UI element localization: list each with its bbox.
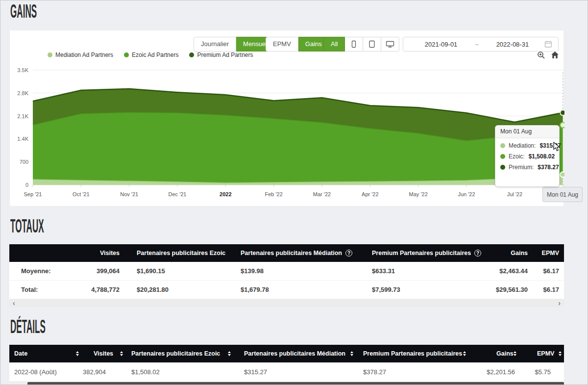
sort-icon[interactable] bbox=[559, 351, 562, 356]
legend-label: Mediation Ad Partners bbox=[55, 51, 113, 58]
sort-icon[interactable] bbox=[350, 351, 353, 356]
legend-item-mediation[interactable]: Mediation Ad Partners bbox=[48, 51, 113, 58]
x-axis-tick-label: Jun '22 bbox=[458, 191, 475, 197]
desktop-filter-button[interactable] bbox=[381, 37, 399, 51]
selected-point-mediation bbox=[560, 172, 564, 177]
scroll-right-icon[interactable]: › bbox=[558, 300, 561, 307]
mobile-icon bbox=[350, 40, 358, 48]
totals-header-visites: Visites bbox=[89, 250, 122, 257]
mobile-filter-button[interactable] bbox=[345, 37, 363, 51]
tooltip-title: Mon 01 Aug bbox=[495, 126, 559, 138]
header-label: Gains bbox=[496, 350, 514, 357]
sort-icon[interactable] bbox=[514, 351, 516, 356]
tooltip-label: Premium: bbox=[509, 164, 534, 171]
cell-gains: $29,561.30 bbox=[492, 286, 528, 293]
date-range-separator: ~ bbox=[473, 41, 481, 48]
x-axis-tick-label: Mar '22 bbox=[313, 191, 331, 197]
all-devices-button[interactable]: All bbox=[323, 37, 345, 51]
cell-visites: 399,064 bbox=[89, 267, 122, 275]
details-header-premium[interactable]: Premium Partenaires publicitaires bbox=[357, 350, 470, 357]
cell-gains: $2,201.56 bbox=[470, 368, 519, 376]
totals-header-gains: Gains bbox=[492, 250, 528, 257]
details-data-row: 2022-08 (Août) 382,904 $1,508.02 $315.27… bbox=[9, 362, 564, 382]
cell-date: 2022-08 (Août) bbox=[9, 368, 83, 376]
header-label: Premium Partenaires publicitaires bbox=[372, 250, 471, 257]
legend-item-ezoic[interactable]: Ezoic Ad Partners bbox=[124, 51, 178, 58]
cell-epmv: $6.17 bbox=[528, 286, 564, 293]
header-label: Premium Partenaires publicitaires bbox=[363, 350, 462, 357]
help-icon[interactable]: ? bbox=[474, 250, 481, 257]
mediation-legend-dot bbox=[48, 52, 52, 57]
totals-header-premium: Premium Partenaires publicitaires ? bbox=[372, 250, 492, 257]
x-axis-tick-label: Oct '21 bbox=[73, 191, 90, 197]
header-label: Partenaires publicitaires Ezoic bbox=[131, 350, 220, 357]
totals-horizontal-scrollbar[interactable]: ‹ › bbox=[9, 299, 564, 307]
sort-icon[interactable] bbox=[463, 351, 466, 356]
ezoic-dot bbox=[500, 154, 505, 159]
cell-mediation: $1,679.78 bbox=[241, 286, 372, 293]
details-horizontal-scrollbar-thumb[interactable] bbox=[27, 382, 564, 385]
details-header-gains[interactable]: Gains bbox=[470, 350, 519, 357]
cell-premium: $7,599.73 bbox=[372, 286, 492, 293]
cell-visites: 382,904 bbox=[83, 368, 127, 376]
scroll-left-icon[interactable]: ‹ bbox=[13, 300, 15, 307]
totals-header-epmv: EPMV bbox=[528, 250, 564, 257]
cell-premium: $633.31 bbox=[372, 267, 492, 275]
journalier-button[interactable]: Journalier bbox=[194, 37, 236, 51]
home-icon[interactable] bbox=[551, 51, 559, 59]
legend-item-premium[interactable]: Premium Ad Partners bbox=[189, 51, 253, 58]
sort-icon[interactable] bbox=[228, 351, 231, 356]
cell-epmv: $5.75 bbox=[519, 368, 564, 376]
row-label: Total: bbox=[9, 286, 89, 293]
legend-label: Premium Ad Partners bbox=[197, 51, 253, 58]
details-header-ezoic[interactable]: Partenaires publicitaires Ezoic bbox=[127, 350, 235, 357]
period-toggle-group: Journalier Mensuel bbox=[194, 37, 274, 51]
cell-mediation: $139.98 bbox=[241, 267, 372, 275]
y-axis-tick-label: 2.1K bbox=[17, 113, 28, 119]
cell-visites: 4,788,772 bbox=[89, 286, 122, 293]
x-axis-tick-label: Apr '22 bbox=[362, 191, 379, 197]
header-label: Visites bbox=[94, 350, 113, 357]
tablet-filter-button[interactable] bbox=[363, 37, 381, 51]
sort-icon[interactable] bbox=[76, 351, 79, 356]
page-title: GAINS bbox=[10, 2, 37, 21]
tooltip-row-premium: Premium: $378.27 bbox=[495, 160, 559, 171]
premium-legend-dot bbox=[189, 52, 194, 57]
help-icon[interactable]: ? bbox=[345, 250, 352, 257]
ezoic-legend-dot bbox=[124, 52, 129, 57]
details-header-visites[interactable]: Visites bbox=[83, 350, 127, 357]
earnings-dashboard: GAINS Journalier Mensuel EPMV Gains All … bbox=[0, 0, 588, 385]
sort-icon[interactable] bbox=[120, 351, 123, 356]
x-axis-tick-label: Dec '21 bbox=[169, 191, 187, 197]
details-header-mediation[interactable]: Partenaires publicitaires Médiation bbox=[235, 350, 357, 357]
metric-toggle-group: EPMV Gains bbox=[266, 37, 329, 51]
cell-gains: $2,463.44 bbox=[492, 267, 528, 275]
zoom-in-icon[interactable] bbox=[537, 51, 545, 59]
details-header-epmv[interactable]: EPMV bbox=[519, 350, 564, 357]
date-range-start[interactable]: 2021-09-01 bbox=[409, 41, 473, 48]
y-axis-tick-label: 1.4K bbox=[17, 136, 28, 142]
details-section-title: DÉTAILS bbox=[10, 317, 46, 336]
chart-tools bbox=[537, 51, 559, 59]
y-axis-tick-label: 2.8K bbox=[17, 90, 28, 96]
header-label: Date bbox=[14, 350, 27, 357]
selected-x-axis-label: Mon 01 Aug bbox=[542, 187, 583, 202]
x-axis-tick-label: Feb '22 bbox=[265, 191, 283, 197]
mediation-dot bbox=[500, 143, 505, 148]
totals-header-row: Visites Partenaires publicitaires Ezoic … bbox=[9, 244, 564, 262]
selected-point-premium bbox=[560, 110, 564, 115]
device-toggle-group: All bbox=[323, 37, 399, 51]
calendar-icon[interactable] bbox=[544, 40, 552, 48]
header-label: Partenaires publicitaires Médiation bbox=[244, 350, 345, 357]
mouse-cursor bbox=[553, 142, 561, 152]
date-range-picker[interactable]: 2021-09-01 ~ 2022-08-31 bbox=[403, 37, 559, 51]
tooltip-row-mediation: Mediation: $315.27 bbox=[495, 138, 559, 149]
epmv-button[interactable]: EPMV bbox=[266, 37, 298, 51]
tooltip-label: Ezoic: bbox=[509, 153, 525, 160]
earnings-stacked-area-chart[interactable]: 07001.4K2.1K2.8K3.5KSep '21Oct '21Nov '2… bbox=[10, 67, 564, 203]
x-axis-tick-label: 2022 bbox=[220, 191, 231, 197]
details-header-row: Date Visites Partenaires publicitaires E… bbox=[9, 345, 564, 362]
premium-dot bbox=[500, 165, 505, 170]
date-range-end[interactable]: 2022-08-31 bbox=[481, 41, 544, 48]
details-header-date[interactable]: Date bbox=[9, 350, 83, 357]
